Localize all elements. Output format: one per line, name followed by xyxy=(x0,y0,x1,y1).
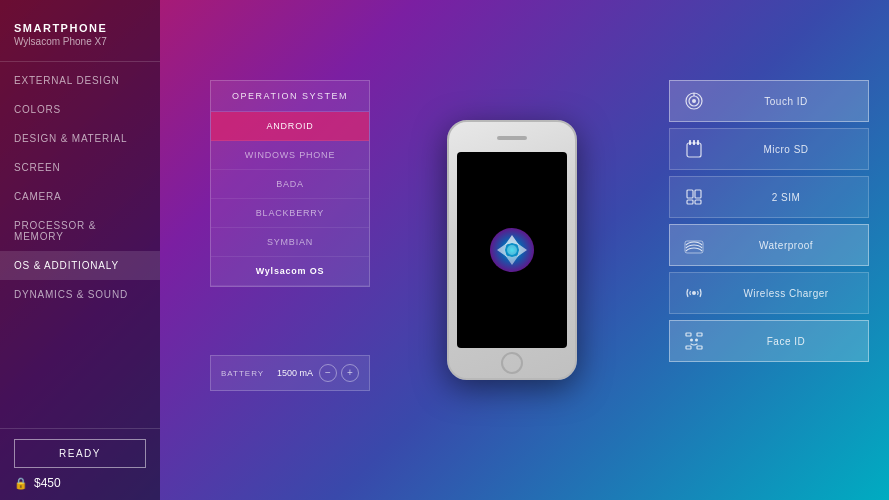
sidebar-item-design-material[interactable]: DESIGN & MATERIAL xyxy=(0,124,160,153)
2-sim-label: 2 SIM xyxy=(716,192,856,203)
svg-point-21 xyxy=(695,339,698,342)
feature-2-sim[interactable]: 2 SIM xyxy=(669,176,869,218)
battery-label: BATTERY xyxy=(221,369,271,378)
wireless-charger-label: Wireless Charger xyxy=(716,288,856,299)
sim-icon xyxy=(682,185,706,209)
svg-rect-8 xyxy=(693,140,695,145)
price-label: $450 xyxy=(34,476,61,490)
os-option-windows-phone[interactable]: WINDOWS PHONE xyxy=(211,141,369,170)
os-option-wylsacom-os[interactable]: Wylsacom OS xyxy=(211,257,369,286)
sidebar-header: SMARTPHONE Wylsacom Phone X7 xyxy=(0,10,160,57)
touch-id-label: Touch ID xyxy=(716,96,856,107)
sidebar-item-processor-memory[interactable]: PROCESSOR & MEMORY xyxy=(0,211,160,251)
sidebar-item-screen[interactable]: SCREEN xyxy=(0,153,160,182)
svg-rect-11 xyxy=(687,200,693,204)
svg-point-4 xyxy=(692,99,696,103)
sidebar-item-camera[interactable]: CAMERA xyxy=(0,182,160,211)
feature-micro-sd[interactable]: Micro SD xyxy=(669,128,869,170)
sidebar-item-external-design[interactable]: EXTERNAL DESIGN xyxy=(0,66,160,95)
svg-point-20 xyxy=(690,339,693,342)
price-row: 🔒 $450 xyxy=(14,476,146,490)
sidebar-footer: READY 🔒 $450 xyxy=(0,428,160,500)
battery-row: BATTERY 1500 mA − + xyxy=(210,355,370,391)
os-option-symbian[interactable]: SYMBIAN xyxy=(211,228,369,257)
svg-point-15 xyxy=(692,291,696,295)
svg-rect-10 xyxy=(687,190,693,198)
sd-card-icon xyxy=(682,137,706,161)
svg-rect-12 xyxy=(695,190,701,198)
phone-screen xyxy=(457,152,567,348)
phone-container xyxy=(447,120,577,380)
face-id-icon xyxy=(682,329,706,353)
svg-rect-18 xyxy=(686,346,691,349)
battery-controls: − + xyxy=(319,364,359,382)
phone-logo xyxy=(487,225,537,275)
lock-icon: 🔒 xyxy=(14,477,28,490)
svg-rect-13 xyxy=(695,200,701,204)
phone-speaker xyxy=(497,136,527,140)
sidebar-item-dynamics-sound[interactable]: DYNAMICS & SOUND xyxy=(0,280,160,309)
sidebar-divider xyxy=(0,61,160,62)
water-icon xyxy=(682,233,706,257)
battery-plus-button[interactable]: + xyxy=(341,364,359,382)
svg-rect-19 xyxy=(697,346,702,349)
waterproof-label: Waterproof xyxy=(716,240,856,251)
battery-value: 1500 mA xyxy=(277,368,313,378)
os-panel-title: OPERATION SYSTEM xyxy=(211,81,369,112)
svg-point-1 xyxy=(507,245,517,255)
os-option-android[interactable]: ANDROID xyxy=(211,112,369,141)
sidebar-item-colors[interactable]: COLORS xyxy=(0,95,160,124)
ready-button[interactable]: READY xyxy=(14,439,146,468)
micro-sd-label: Micro SD xyxy=(716,144,856,155)
sidebar-brand: SMARTPHONE xyxy=(14,22,146,34)
svg-rect-7 xyxy=(689,140,691,145)
wireless-charger-icon xyxy=(682,281,706,305)
svg-rect-17 xyxy=(697,333,702,336)
face-id-label: Face ID xyxy=(716,336,856,347)
svg-rect-6 xyxy=(687,143,701,157)
feature-touch-id[interactable]: Touch ID xyxy=(669,80,869,122)
sidebar: SMARTPHONE Wylsacom Phone X7 EXTERNAL DE… xyxy=(0,0,160,500)
sidebar-item-os-additionally[interactable]: OS & ADDITIONALY xyxy=(0,251,160,280)
main-area: OPERATION SYSTEM ANDROID WINDOWS PHONE B… xyxy=(160,0,889,500)
feature-face-id[interactable]: Face ID xyxy=(669,320,869,362)
battery-minus-button[interactable]: − xyxy=(319,364,337,382)
svg-rect-16 xyxy=(686,333,691,336)
os-panel: OPERATION SYSTEM ANDROID WINDOWS PHONE B… xyxy=(210,80,370,287)
sidebar-subtitle: Wylsacom Phone X7 xyxy=(14,36,146,47)
os-option-blackberry[interactable]: BLACKBERRY xyxy=(211,199,369,228)
features-panel: Touch ID Micro SD xyxy=(669,80,869,362)
phone-home-button[interactable] xyxy=(501,352,523,374)
feature-wireless-charger[interactable]: Wireless Charger xyxy=(669,272,869,314)
phone-body xyxy=(447,120,577,380)
os-option-bada[interactable]: BADA xyxy=(211,170,369,199)
feature-waterproof[interactable]: Waterproof xyxy=(669,224,869,266)
fingerprint-icon xyxy=(682,89,706,113)
svg-rect-9 xyxy=(697,140,699,145)
